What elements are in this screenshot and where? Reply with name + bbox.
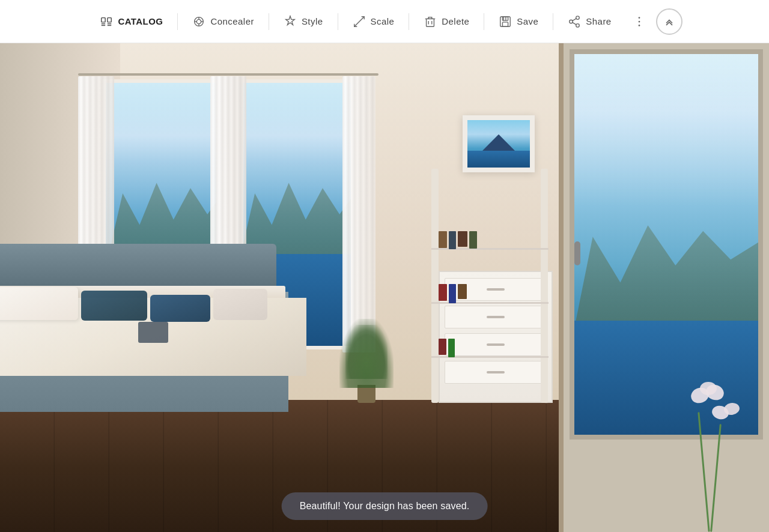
delete-icon <box>424 15 437 28</box>
svg-line-12 <box>354 16 364 26</box>
curtain-rod-2 <box>210 73 378 76</box>
separator-3 <box>338 13 338 30</box>
toast-message: Beautiful! Your design has been saved. <box>300 501 470 511</box>
separator-6 <box>553 13 553 30</box>
svg-point-29 <box>638 25 640 26</box>
concealer-button[interactable]: Concealer <box>179 0 267 43</box>
svg-point-24 <box>576 23 580 26</box>
catalog-button[interactable]: CATALOG <box>87 0 176 43</box>
bed <box>0 244 288 412</box>
style-label: Style <box>302 16 323 26</box>
svg-point-23 <box>570 20 573 23</box>
sliding-door <box>559 43 769 532</box>
share-label: Share <box>586 16 611 26</box>
more-button[interactable] <box>627 10 651 34</box>
books-row-1 <box>439 231 477 249</box>
plant <box>336 319 397 403</box>
books-row-3 <box>439 339 455 357</box>
svg-line-25 <box>573 22 576 25</box>
scale-label: Scale <box>371 16 395 26</box>
svg-point-28 <box>638 20 640 22</box>
share-button[interactable]: Share <box>555 0 624 43</box>
separator-1 <box>177 13 178 30</box>
svg-rect-19 <box>503 22 508 26</box>
toast-notification: Beautiful! Your design has been saved. <box>282 492 488 520</box>
books-row-2 <box>439 284 467 303</box>
svg-point-27 <box>638 17 640 19</box>
painting-scene <box>467 120 530 168</box>
wall-painting <box>463 115 535 172</box>
drawer-3 <box>445 333 547 356</box>
svg-rect-1 <box>108 17 111 22</box>
style-icon <box>284 15 297 28</box>
drawer-handle-3 <box>487 343 505 346</box>
flowers-decoration <box>655 376 763 532</box>
save-icon <box>499 15 512 28</box>
catalog-label: CATALOG <box>118 16 163 26</box>
svg-rect-17 <box>500 16 511 26</box>
drawer-handle-1 <box>487 288 505 291</box>
separator-2 <box>269 13 269 30</box>
separator-5 <box>484 13 484 30</box>
save-button[interactable]: Save <box>485 0 552 43</box>
ladder-shelf-right <box>541 169 548 404</box>
collapse-button[interactable] <box>656 8 682 35</box>
delete-label: Delete <box>442 16 469 26</box>
share-icon <box>568 15 581 28</box>
drawer-2 <box>445 306 547 328</box>
scale-button[interactable]: Scale <box>339 0 408 43</box>
door-handle <box>574 241 580 265</box>
drawer-handle-4 <box>487 371 505 373</box>
toolbar: CATALOG Concealer Style <box>0 0 769 43</box>
concealer-label: Concealer <box>210 16 254 26</box>
ladder-shelf-left <box>431 169 439 403</box>
curtain-right-2 <box>342 76 375 352</box>
style-button[interactable]: Style <box>270 0 336 43</box>
room-scene: Beautiful! Your design has been saved. <box>0 43 769 532</box>
separator-4 <box>409 13 409 30</box>
delete-button[interactable]: Delete <box>410 0 482 43</box>
svg-point-22 <box>576 16 580 19</box>
concealer-icon <box>192 15 205 28</box>
svg-line-26 <box>573 18 576 20</box>
scale-icon <box>353 15 366 28</box>
drawer-handle-2 <box>487 316 505 318</box>
svg-rect-0 <box>102 17 105 22</box>
drawer-4 <box>445 361 547 384</box>
svg-rect-13 <box>427 19 434 26</box>
save-label: Save <box>517 16 538 26</box>
catalog-icon <box>100 15 113 28</box>
svg-point-7 <box>197 19 201 23</box>
